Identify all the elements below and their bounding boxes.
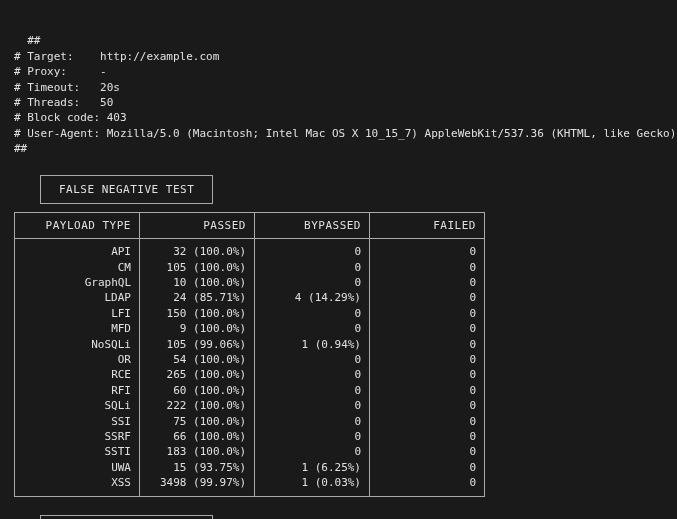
false-negative-title: FALSE NEGATIVE TEST	[40, 175, 213, 204]
payload-types-cell: API CM GraphQL LDAP LFI MFD NoSQLi OR RC…	[15, 239, 140, 496]
header-line: # User-Agent: Mozilla/5.0 (Macintosh; In…	[14, 127, 677, 140]
col-failed: FAILED	[370, 212, 485, 238]
header-line: # Proxy: -	[14, 65, 107, 78]
passed-values-cell: 32 (100.0%) 105 (100.0%) 10 (100.0%) 24 …	[140, 239, 255, 496]
header-line: ##	[14, 142, 27, 155]
header-line: # Threads: 50	[14, 96, 113, 109]
table-row: API CM GraphQL LDAP LFI MFD NoSQLi OR RC…	[15, 239, 485, 496]
false-negative-table: PAYLOAD TYPE PASSED BYPASSED FAILED API …	[14, 212, 485, 497]
col-passed: PASSED	[140, 212, 255, 238]
config-header: ## # Target: http://example.com # Proxy:…	[14, 18, 663, 157]
false-positive-title: FALSE POSITIVE TEST	[40, 515, 213, 519]
col-bypassed: BYPASSED	[255, 212, 370, 238]
header-line: # Block code: 403	[14, 111, 127, 124]
col-payload-type: PAYLOAD TYPE	[15, 212, 140, 238]
header-line: # Target: http://example.com	[14, 50, 219, 63]
failed-values-cell: 0 0 0 0 0 0 0 0 0 0 0 0 0 0 0 0	[370, 239, 485, 496]
header-line: # Timeout: 20s	[14, 81, 120, 94]
bypassed-values-cell: 0 0 0 4 (14.29%) 0 0 1 (0.94%) 0 0 0 0 0…	[255, 239, 370, 496]
table-header-row: PAYLOAD TYPE PASSED BYPASSED FAILED	[15, 212, 485, 238]
header-prefix: ##	[27, 34, 40, 47]
